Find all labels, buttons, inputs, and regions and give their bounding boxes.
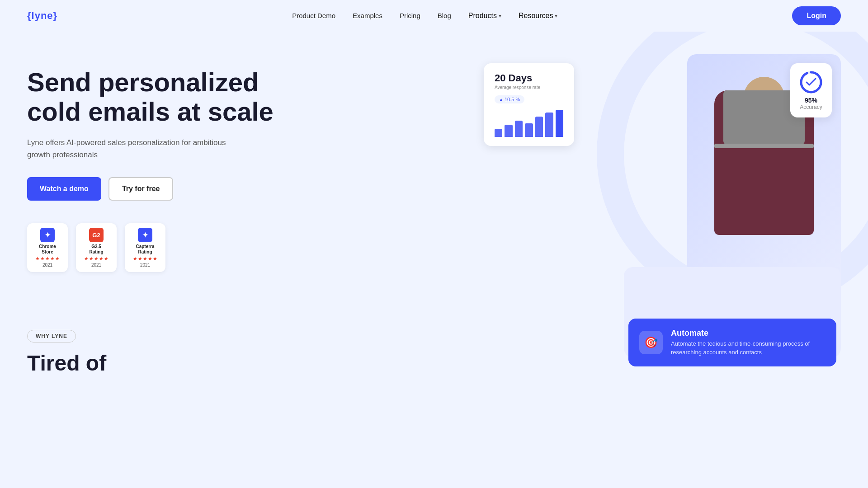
chrome-badge-icon: ✦: [40, 228, 55, 242]
automate-content: Automate Automate the tedious and time-c…: [671, 328, 826, 356]
accuracy-circle: [799, 70, 823, 94]
accuracy-label: Accuracy: [799, 104, 823, 110]
chrome-badge-name: ChromeStore: [39, 244, 56, 255]
automate-title: Automate: [671, 328, 826, 338]
automate-icon-emoji: 🎯: [644, 336, 658, 349]
nav-item-pricing[interactable]: Pricing: [400, 12, 420, 20]
nav-link-examples[interactable]: Examples: [353, 12, 382, 19]
accuracy-percent: 95%: [799, 97, 823, 104]
nav-item-blog[interactable]: Blog: [438, 12, 451, 20]
g2-badge-name: G2.5Rating: [89, 244, 103, 255]
badge-chrome: ✦ ChromeStore ★★★★★ 2021: [27, 223, 68, 272]
g2-badge-year: 2021: [91, 263, 101, 267]
badge-capterra: ✦ CapterraRating ★★★★★ 2021: [125, 223, 165, 272]
navbar: {lyne} Product Demo Examples Pricing Blo…: [0, 0, 868, 32]
why-section: WHY LYNE Tired of 🎯 Automate Automate th…: [0, 294, 868, 394]
automate-card: 🎯 Automate Automate the tedious and time…: [628, 319, 836, 366]
login-button[interactable]: Login: [792, 6, 841, 25]
automate-description: Automate the tedious and time-consuming …: [671, 340, 826, 356]
watch-demo-button[interactable]: Watch a demo: [27, 177, 101, 201]
nav-links: Product Demo Examples Pricing Blog Produ…: [292, 12, 557, 20]
bar-2: [505, 125, 512, 137]
automate-area: 🎯 Automate Automate the tedious and time…: [624, 267, 841, 357]
nav-link-pricing[interactable]: Pricing: [400, 12, 420, 19]
nav-dropdown-products[interactable]: Products: [468, 12, 501, 20]
capterra-badge-year: 2021: [140, 263, 150, 267]
accuracy-svg: [799, 70, 823, 94]
badge-g2: G2 G2.5Rating ★★★★★ 2021: [76, 223, 117, 272]
nav-link-product-demo[interactable]: Product Demo: [292, 12, 335, 19]
nav-item-product-demo[interactable]: Product Demo: [292, 12, 335, 20]
stats-days: 20 Days: [495, 72, 563, 84]
try-free-button[interactable]: Try for free: [108, 177, 174, 201]
hero-title-line1: Send personalized: [27, 67, 259, 97]
capterra-badge-name: CapterraRating: [136, 244, 154, 255]
hero-title: Send personalized cold emails at scale: [27, 68, 475, 127]
bar-4: [525, 123, 533, 137]
hero-title-line2: cold emails at scale: [27, 97, 274, 126]
why-label: WHY LYNE: [27, 330, 76, 343]
hero-subtitle: Lyne offers AI-powered sales personaliza…: [27, 136, 226, 161]
capterra-badge-icon: ✦: [138, 228, 152, 242]
bar-5: [535, 117, 543, 137]
capterra-badge-stars: ★★★★★: [133, 256, 158, 262]
nav-dropdown-resources[interactable]: Resources: [519, 12, 557, 20]
bar-3: [515, 121, 523, 137]
hero-buttons: Watch a demo Try for free: [27, 177, 475, 201]
chrome-badge-stars: ★★★★★: [35, 256, 60, 262]
hero-section: Send personalized cold emails at scale L…: [0, 32, 868, 294]
stats-label: Average response rate: [495, 85, 563, 90]
nav-item-examples[interactable]: Examples: [353, 12, 382, 20]
chart-bars: [495, 110, 563, 137]
bar-7: [556, 110, 563, 137]
logo[interactable]: {lyne}: [27, 10, 57, 22]
nav-link-blog[interactable]: Blog: [438, 12, 451, 19]
bar-6: [545, 113, 553, 137]
chrome-badge-year: 2021: [42, 263, 52, 267]
g2-badge-stars: ★★★★★: [84, 256, 109, 262]
hero-right: 20 Days Average response rate 10.5 %: [475, 54, 841, 289]
badges-row: ✦ ChromeStore ★★★★★ 2021 G2 G2.5Rating ★…: [27, 223, 475, 272]
bar-1: [495, 129, 502, 137]
automate-icon: 🎯: [639, 331, 663, 354]
stats-card: 20 Days Average response rate 10.5 %: [484, 63, 574, 146]
accuracy-card: 95% Accuracy: [790, 63, 832, 117]
g2-badge-icon: G2: [89, 228, 104, 242]
hero-left: Send personalized cold emails at scale L…: [27, 54, 475, 272]
stats-badge: 10.5 %: [495, 95, 524, 103]
nav-item-products[interactable]: Products: [468, 12, 501, 20]
nav-item-resources[interactable]: Resources: [519, 12, 557, 20]
why-title-line1: Tired of: [27, 351, 106, 375]
